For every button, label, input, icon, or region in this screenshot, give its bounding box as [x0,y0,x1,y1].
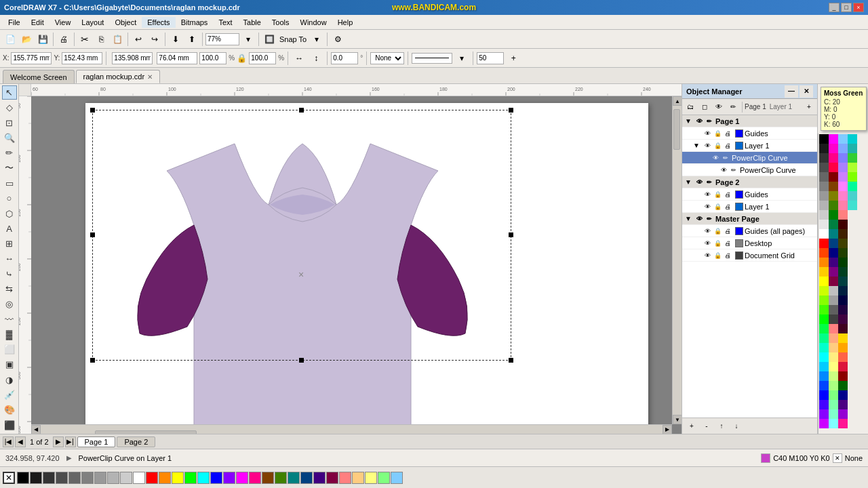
obj-manager-minimize[interactable]: — [785,85,798,98]
obj-move-up[interactable]: ↑ [715,420,728,432]
menu-layout[interactable]: Layout [76,17,109,28]
palette-color-cell[interactable] [819,144,829,153]
master-page-eye[interactable]: 👁 [694,214,704,224]
colorbar-swatch[interactable] [94,472,106,484]
height-input[interactable] [157,52,197,64]
obj-mgr-btn-edit[interactable]: ✏ [726,101,740,113]
zoom-dropdown[interactable]: ▾ [241,32,256,47]
menu-window[interactable]: Window [295,17,332,28]
palette-color-cell[interactable] [838,305,848,314]
palette-color-cell[interactable] [848,144,857,153]
colorbar-swatch[interactable] [81,472,94,484]
scroll-up-button[interactable]: ▲ [673,96,682,106]
redo-button[interactable]: ↪ [147,32,162,47]
tree-guides-p1[interactable]: 👁 🔒 🖨 Guides [682,127,817,140]
palette-color-cell[interactable] [819,210,829,220]
palette-color-cell[interactable] [829,172,838,182]
guides-all-lock[interactable]: 🔒 [713,226,722,236]
eyedropper-tool[interactable]: 💉 [2,388,17,402]
save-button[interactable]: 💾 [35,32,50,47]
colorbar-swatch[interactable] [326,472,338,484]
tree-layer1-p1[interactable]: ▼ 👁 🔒 🖨 Layer 1 [682,140,817,152]
palette-color-cell[interactable] [829,229,838,239]
new-button[interactable]: 📄 [3,32,18,47]
palette-color-cell[interactable] [819,248,829,258]
text-tool[interactable]: A [2,222,17,236]
palette-color-cell[interactable] [829,409,838,419]
palette-color-cell[interactable] [838,352,848,362]
palette-color-cell[interactable] [838,248,848,258]
zoom-tool[interactable]: 🔍 [2,131,17,145]
snap-dropdown[interactable]: ▾ [309,32,324,47]
no-fill-button[interactable]: ✕ [3,472,15,484]
palette-color-cell[interactable] [838,314,848,324]
tree-guides-all[interactable]: 👁 🔒 🖨 Guides (all pages) [682,225,817,237]
mirror-h-button[interactable]: ↔ [292,51,307,66]
colorbar-swatch[interactable] [68,472,81,484]
options-button[interactable]: ⚙ [330,32,345,47]
colorbar-swatch[interactable] [17,472,29,484]
y-coord-input[interactable] [62,52,102,64]
artisticmedia-tool[interactable]: 〜 [2,161,17,175]
colorbar-swatch[interactable] [172,472,184,484]
palette-color-cell[interactable] [829,305,838,314]
contour-tool[interactable]: ◎ [2,297,17,311]
tab-welcome[interactable]: Welcome Screen [3,70,75,83]
export-button[interactable]: ⬆ [184,32,199,47]
palette-color-cell[interactable] [819,229,829,239]
page2-eye[interactable]: 👁 [694,178,704,187]
palette-color-cell[interactable] [848,201,857,210]
copy-button[interactable]: ⎘ [94,32,108,47]
docgrid-color[interactable] [735,251,743,260]
palette-color-cell[interactable] [838,153,848,163]
palette-color-cell[interactable] [819,400,829,409]
palette-color-cell[interactable] [819,419,829,428]
guides-p2-eye[interactable]: 👁 [703,190,712,199]
palette-color-cell[interactable] [838,362,848,371]
palette-color-cell[interactable] [819,134,829,144]
layer1-p1-expand[interactable]: ▼ [693,142,701,149]
palette-color-cell[interactable] [829,163,838,172]
polygon-tool[interactable]: ⬡ [2,206,17,220]
palette-color-cell[interactable] [838,201,848,210]
colorbar-swatch[interactable] [184,472,197,484]
page-tab-1[interactable]: Page 1 [77,436,116,447]
palette-color-cell[interactable] [829,286,838,296]
guides-p1-color[interactable] [735,129,743,138]
close-button[interactable]: × [853,3,864,12]
transparency-tool[interactable]: ◑ [2,373,17,387]
open-button[interactable]: 📂 [19,32,34,47]
palette-color-cell[interactable] [829,362,838,371]
page-last-button[interactable]: ▶| [65,436,76,447]
colorbar-swatch[interactable] [288,472,300,484]
obj-mgr-btn-objects[interactable]: ◻ [698,101,711,113]
palette-color-cell[interactable] [829,201,838,210]
tree-desktop[interactable]: 👁 🔒 🖨 Desktop [682,237,817,249]
layer1-p1-eye[interactable]: 👁 [703,141,712,150]
layer1-p1-color[interactable] [735,142,743,150]
palette-color-cell[interactable] [819,201,829,210]
tree-powerclip1[interactable]: 👁 ✏ PowerClip Curve [682,152,817,164]
palette-color-cell[interactable] [848,153,857,163]
guides-p2-lock[interactable]: 🔒 [713,190,722,199]
palette-color-cell[interactable] [819,314,829,324]
envelope-tool[interactable]: ⬜ [2,342,17,357]
page1-eye-icon[interactable]: 👁 [694,117,704,126]
palette-color-cell[interactable] [829,182,838,191]
colorbar-swatch[interactable] [43,472,55,484]
palette-color-cell[interactable] [829,144,838,153]
import-button[interactable]: ⬇ [168,32,183,47]
colorbar-swatch[interactable] [210,472,222,484]
palette-color-cell[interactable] [819,163,829,172]
layer1-p2-print[interactable]: 🖨 [723,202,732,211]
palette-color-cell[interactable] [819,343,829,352]
tab-raglan-close[interactable]: ✕ [147,73,153,81]
desktop-lock[interactable]: 🔒 [713,239,722,248]
palette-color-cell[interactable] [819,333,829,343]
page-tab-2[interactable]: Page 2 [117,436,155,447]
palette-color-cell[interactable] [838,267,848,277]
menu-file[interactable]: File [3,17,26,28]
docgrid-lock[interactable]: 🔒 [713,251,722,260]
layer1-p1-lock[interactable]: 🔒 [713,141,722,150]
angle-input[interactable] [331,52,358,64]
